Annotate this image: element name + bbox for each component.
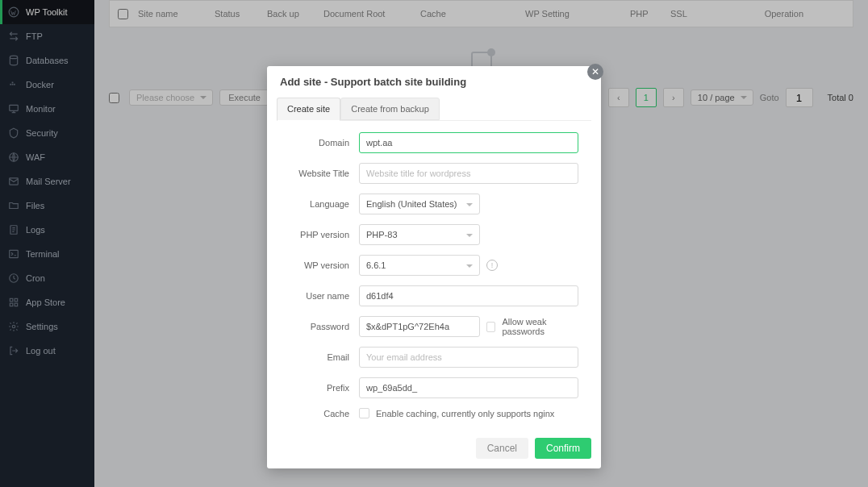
domain-input[interactable] (359, 132, 578, 153)
modal-tabs: Create site Create from backup (277, 98, 591, 121)
tab-create-from-backup[interactable]: Create from backup (340, 98, 440, 120)
add-site-modal: ✕ Add site - Support batch site building… (267, 66, 601, 468)
label-email: Email (290, 352, 359, 362)
modal-form: Domain Website Title LanguageEnglish (Un… (267, 121, 601, 431)
label-password: Password (290, 322, 359, 331)
prefix-input[interactable] (359, 377, 578, 398)
label-user: User name (290, 291, 359, 301)
wpversion-select[interactable]: 6.6.1 (359, 255, 480, 276)
language-select[interactable]: English (United States) (359, 194, 480, 214)
phpversion-select[interactable]: PHP-83 (359, 224, 480, 245)
allow-weak-checkbox[interactable] (486, 322, 495, 332)
label-prefix: Prefix (290, 383, 359, 393)
label-language: Language (290, 199, 359, 209)
email-input[interactable] (359, 347, 578, 368)
label-wpver: WP version (290, 260, 359, 270)
title-input[interactable] (359, 163, 578, 184)
label-cache: Cache (290, 409, 359, 418)
close-button[interactable]: ✕ (587, 64, 603, 80)
close-icon: ✕ (591, 66, 599, 77)
label-domain: Domain (290, 138, 359, 148)
allow-weak-label: Allow weak passwords (502, 317, 578, 336)
tab-create-site[interactable]: Create site (277, 98, 340, 121)
info-icon[interactable]: ! (486, 260, 498, 271)
cancel-button[interactable]: Cancel (476, 438, 528, 459)
password-input[interactable] (359, 316, 480, 337)
cache-note: Enable caching, currently only supports … (376, 409, 554, 418)
modal-title: Add site - Support batch site building (267, 66, 601, 98)
label-title: Website Title (290, 169, 359, 178)
modal-actions: Cancel Confirm (267, 431, 601, 468)
cache-checkbox[interactable] (359, 408, 369, 418)
confirm-button[interactable]: Confirm (535, 438, 591, 459)
label-phpver: PHP version (290, 230, 359, 239)
username-input[interactable] (359, 285, 578, 306)
